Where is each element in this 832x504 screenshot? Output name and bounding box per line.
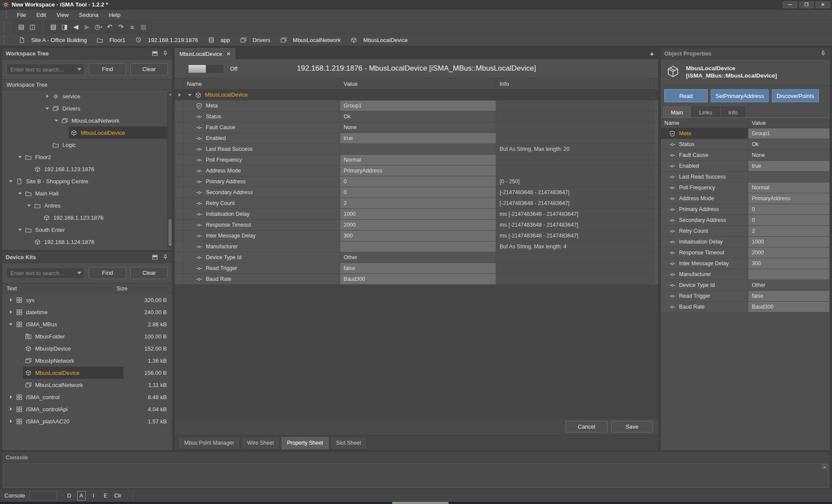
- property-value[interactable]: Normal: [340, 155, 496, 165]
- kit-item-isma-controlapi[interactable]: iSMA_controlApi4.04 kB: [2, 403, 172, 415]
- object-row-status[interactable]: StatusOk: [661, 139, 830, 150]
- cancel-button[interactable]: Cancel: [566, 421, 608, 432]
- property-row-response-timeout[interactable]: Response Timeout2000ms [-2147483648 - 21…: [175, 220, 658, 231]
- property-row-secondary-address[interactable]: Secondary Address0[-2147483648 - 2147483…: [175, 187, 658, 198]
- tree-item-south-enter[interactable]: South Enter: [2, 224, 172, 236]
- save-button[interactable]: Save: [611, 421, 653, 432]
- object-tab-links[interactable]: Links: [692, 107, 719, 117]
- tree-scroll-thumb[interactable]: [169, 219, 172, 245]
- expander-open-icon[interactable]: [8, 323, 14, 325]
- breadcrumb-item[interactable]: app: [206, 36, 230, 43]
- object-row-address-mode[interactable]: Address ModePrimaryAddress: [661, 193, 830, 204]
- object-property-value[interactable]: 0: [748, 204, 830, 215]
- property-row-read-trigger[interactable]: Read Triggerfalse: [175, 263, 658, 274]
- property-row-inter-message-delay[interactable]: Inter Message Delay300ms [-2147483648 - …: [175, 231, 658, 241]
- menu-help[interactable]: Help: [104, 10, 125, 20]
- library-icon[interactable]: ◨: [59, 22, 70, 32]
- kit-item-isma-control[interactable]: iSMA_control8.48 kB: [2, 391, 172, 403]
- kit-item-isma-mbus[interactable]: iSMA_MBus2.86 kB: [2, 318, 172, 330]
- expander-closed-icon[interactable]: [8, 407, 14, 411]
- property-value[interactable]: 300: [340, 231, 496, 241]
- minimize-button[interactable]: —: [783, 1, 797, 8]
- tree-item-floor2[interactable]: Floor2: [2, 151, 172, 163]
- property-row-initialisation-delay[interactable]: Initialisation Delay1000ms [-2147483648 …: [175, 209, 658, 220]
- object-property-value[interactable]: Normal: [748, 182, 830, 193]
- property-root-row[interactable]: MbusLocalDevice: [175, 90, 658, 101]
- breadcrumb-item[interactable]: Site A - Office Building: [16, 36, 87, 43]
- view-tab-wire-sheet[interactable]: Wire Sheet: [241, 437, 280, 449]
- workspace-find-button[interactable]: Find: [89, 63, 126, 75]
- minimize-panel-icon[interactable]: [151, 51, 158, 57]
- object-row-meta[interactable]: MetaGroup1: [661, 128, 830, 139]
- redo-icon[interactable]: ↷: [116, 22, 126, 32]
- restore-button[interactable]: ❐: [799, 1, 814, 8]
- console-filter-a[interactable]: A: [77, 491, 86, 501]
- object-property-value[interactable]: Group1: [748, 128, 830, 139]
- scroll-up-icon[interactable]: ▲: [822, 464, 827, 469]
- object-property-value[interactable]: 2: [748, 226, 830, 236]
- add-tab-button[interactable]: +: [650, 50, 654, 58]
- object-row-fault-cause[interactable]: Fault CauseNone: [661, 150, 830, 161]
- kit-item-mbusfolder[interactable]: MbusFolder100.00 B: [2, 330, 172, 342]
- expander-open-icon[interactable]: [53, 120, 59, 122]
- breadcrumb-item[interactable]: 192.168.1.219:1876: [133, 36, 198, 43]
- object-row-initialisation-delay[interactable]: Initialisation Delay1000: [661, 237, 830, 247]
- property-row-primary-address[interactable]: Primary Address0[0 - 250]: [175, 176, 658, 187]
- property-value[interactable]: Baud300: [340, 274, 496, 284]
- tree-item-192-168-1-123-1876[interactable]: 192.168.1.123:1876: [2, 211, 172, 224]
- expander-open-icon[interactable]: [17, 229, 23, 231]
- tree-item-service[interactable]: service: [2, 90, 172, 102]
- workspace-search-input[interactable]: [6, 64, 84, 75]
- property-value[interactable]: 0: [340, 176, 496, 187]
- object-property-value[interactable]: PrimaryAddress: [748, 193, 830, 204]
- property-value[interactable]: false: [340, 263, 496, 273]
- kit-item-mbuslocaldevice[interactable]: MbusLocalDevice156.00 B: [2, 367, 172, 379]
- property-row-meta[interactable]: MetaGroup1: [175, 101, 658, 111]
- tree-item-antres[interactable]: Antres: [2, 199, 172, 211]
- view-tab-slot-sheet[interactable]: Slot Sheet: [330, 437, 367, 449]
- console-output[interactable]: ▲: [4, 463, 828, 488]
- close-button[interactable]: ✕: [816, 1, 830, 8]
- object-property-value[interactable]: 0: [748, 215, 830, 225]
- workspace-icon[interactable]: ▤: [16, 22, 26, 32]
- discoverpoints-button[interactable]: DiscoverPoints: [772, 89, 819, 102]
- object-property-value[interactable]: Baud300: [748, 302, 830, 312]
- close-tab-icon[interactable]: ✕: [227, 51, 231, 57]
- object-property-value[interactable]: 300: [748, 258, 830, 269]
- property-value[interactable]: 2000: [340, 220, 496, 230]
- property-value[interactable]: [340, 241, 496, 252]
- root-expander[interactable]: [175, 90, 183, 100]
- object-row-manufacturer[interactable]: Manufacturer: [661, 269, 830, 280]
- property-row-retry-count[interactable]: Retry Count2[-2147483648 - 2147483647]: [175, 198, 658, 209]
- expander-closed-icon[interactable]: [44, 94, 50, 98]
- property-row-enabled[interactable]: Enabledtrue: [175, 133, 658, 144]
- menu-file[interactable]: File: [12, 10, 31, 20]
- setprimaryaddress-button[interactable]: SetPrimaryAddress: [711, 89, 769, 102]
- tree-item-logic[interactable]: Logic: [2, 139, 172, 151]
- breadcrumb-item[interactable]: Floor1: [94, 36, 125, 43]
- expander-closed-icon[interactable]: [8, 298, 14, 302]
- object-row-last-read-success[interactable]: Last Read Success: [661, 172, 830, 182]
- object-tab-main[interactable]: Main: [663, 107, 690, 117]
- property-row-address-mode[interactable]: Address ModePrimaryAddress: [175, 166, 658, 176]
- property-row-manufacturer[interactable]: ManufacturerBuf As String, Max length: 4: [175, 241, 658, 252]
- minimize-panel-icon[interactable]: [151, 254, 158, 260]
- tab-mbuslocaldevice[interactable]: MbusLocalDevice ✕: [175, 48, 235, 59]
- tree-item-site-b-shopping-centre[interactable]: Site B - Shopping Centre: [2, 175, 172, 187]
- kit-item-sys[interactable]: sys320.00 B: [2, 294, 172, 306]
- kits-search-input[interactable]: [6, 267, 84, 279]
- object-property-value[interactable]: 1000: [748, 237, 830, 247]
- expander-closed-icon[interactable]: [8, 419, 14, 423]
- expander-closed-icon[interactable]: [8, 395, 14, 399]
- property-value[interactable]: true: [340, 133, 496, 143]
- console-toggle[interactable]: [29, 491, 57, 501]
- property-row-fault-cause[interactable]: Fault CauseNone: [175, 122, 658, 133]
- object-row-read-trigger[interactable]: Read Triggerfalse: [661, 291, 830, 302]
- breadcrumb-item[interactable]: Drivers: [238, 36, 270, 43]
- read-button[interactable]: Read: [664, 89, 708, 102]
- console-filter-i[interactable]: I: [89, 491, 98, 501]
- tree-item-drivers[interactable]: Drivers: [2, 102, 172, 114]
- tree-item-192-168-1-124-1876[interactable]: 192.168.1.124:1876: [2, 236, 172, 248]
- expander-closed-icon[interactable]: [176, 93, 182, 97]
- kit-item-mbusipdevice[interactable]: MbusIpDevice152.00 B: [2, 342, 172, 354]
